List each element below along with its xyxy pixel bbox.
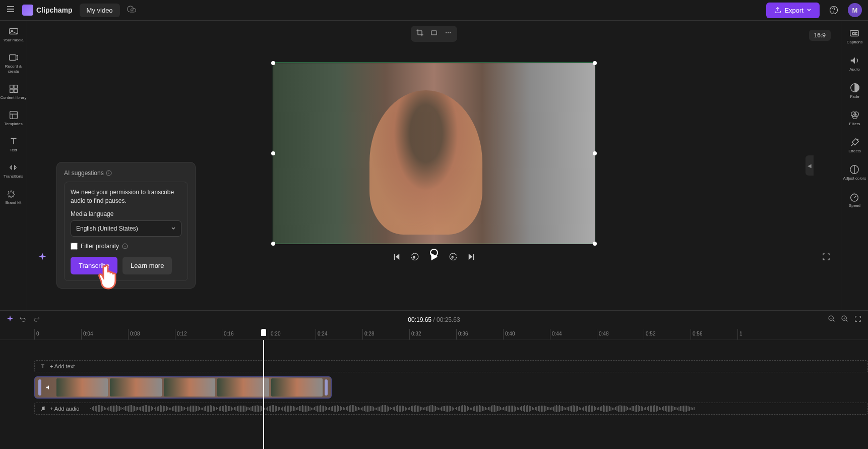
collapse-right-panel[interactable]: ◀ [805,155,814,176]
text-icon [40,363,46,369]
sidebar-record-create[interactable]: Record & create [0,52,27,74]
skip-end-button[interactable] [467,252,476,263]
svg-point-54 [41,410,42,411]
sidebar-effects[interactable]: Effects [848,137,860,154]
video-thumbnail [217,378,269,397]
svg-rect-12 [10,89,13,92]
resize-handle-tr[interactable] [593,61,597,65]
app-logo[interactable]: Clipchamp [22,5,73,16]
sidebar-your-media[interactable]: Your media [3,26,23,43]
filter-profanity-checkbox[interactable] [71,243,78,250]
timeline-header: 00:19.65 / 00:25.63 [0,311,868,329]
aspect-ratio-badge[interactable]: 16:9 [809,30,831,41]
video-thumbnail [110,378,161,397]
project-name[interactable]: My video [80,4,120,17]
sidebar-brand-kit[interactable]: Brand kit [6,188,22,205]
sidebar-label: Captions [847,40,863,45]
fullscreen-button[interactable] [822,252,831,263]
clip-handle-right[interactable] [325,379,328,396]
ruler-tick: 0:04 [81,329,93,340]
ai-panel-body: We need your permission to transcribe au… [64,182,188,281]
ruler-tick: 1 [737,329,742,340]
hamburger-menu-icon[interactable] [6,5,15,16]
export-button[interactable]: Export [766,3,820,18]
clip-handle-left[interactable] [38,379,41,396]
zoom-out-button[interactable] [828,315,836,325]
ruler-tick: 0:20 [269,329,280,340]
svg-point-21 [448,32,449,33]
learn-more-button[interactable]: Learn more [122,257,172,274]
info-icon[interactable] [122,243,128,249]
chevron-down-icon [807,8,812,13]
sidebar-speed[interactable]: Speed [849,191,860,208]
svg-line-46 [833,320,834,321]
resize-handle-tl[interactable] [271,61,275,65]
svg-text:5: 5 [452,256,454,259]
ai-sparkle-icon[interactable] [37,252,47,264]
fit-icon[interactable] [430,29,438,39]
transcribe-button[interactable]: Transcribe [71,257,117,274]
forward-button[interactable]: 5 [449,252,458,263]
sidebar-transitions[interactable]: Transitions [4,162,23,179]
audio-waveform [90,405,867,412]
svg-point-22 [450,32,451,33]
ai-panel-title: AI suggestions [64,170,188,177]
undo-button[interactable] [19,315,27,325]
current-time: 00:19.65 [408,316,431,323]
help-button[interactable] [826,2,842,18]
ai-suggestions-panel: AI suggestions We need your permission t… [56,162,196,289]
preview-center: 16:9 5 5 [27,21,841,310]
play-button[interactable] [428,251,440,264]
resize-handle-ml[interactable] [271,151,275,155]
sidebar-left: Your media Record & create Content libra… [0,21,27,310]
sidebar-templates[interactable]: Templates [4,109,22,127]
timeline-timecode: 00:19.65 / 00:25.63 [408,316,460,323]
timeline-ruler[interactable]: 00:040:080:120:160:200:240:280:320:360:4… [0,329,868,340]
add-audio-label: + Add audio [50,406,79,412]
text-track[interactable]: + Add text [34,360,868,372]
video-thumbnail [56,378,108,397]
language-select[interactable]: English (United States) [71,220,181,237]
total-time: 00:25.63 [437,316,460,323]
svg-rect-11 [14,85,17,88]
video-track-clip[interactable] [34,376,332,399]
svg-rect-14 [10,111,17,119]
ruler-tick: 0:32 [409,329,421,340]
svg-text:CC: CC [852,31,858,36]
zoom-fit-button[interactable] [854,315,862,325]
cloud-sync-icon[interactable] [127,5,136,16]
sidebar-text[interactable]: Text [8,136,19,153]
ruler-tick: 0:24 [316,329,327,340]
volume-icon[interactable] [45,384,52,391]
playhead[interactable] [263,340,264,449]
user-avatar[interactable]: M [848,3,862,17]
ai-timeline-icon[interactable] [6,315,14,325]
zoom-in-button[interactable] [841,315,849,325]
svg-rect-10 [10,85,13,88]
sidebar-label: Filters [849,122,860,127]
timeline-tracks: + Add text + Add audio [0,340,868,449]
sidebar-label: Effects [848,149,860,154]
timeline-section: 00:19.65 / 00:25.63 00:040:080:120:160:2… [0,310,868,449]
sidebar-captions[interactable]: CC Captions [847,28,863,45]
sidebar-audio[interactable]: Audio [849,55,860,72]
sidebar-adjust-colors[interactable]: Adjust colors [843,164,866,181]
audio-track[interactable]: + Add audio [34,403,868,415]
skip-start-button[interactable] [392,252,401,263]
video-preview[interactable] [273,63,595,244]
redo-button[interactable] [32,315,40,325]
sidebar-label: Brand kit [6,200,22,205]
sidebar-filters[interactable]: Filters [849,109,860,127]
sidebar-fade[interactable]: Fade [849,82,860,99]
app-name: Clipchamp [36,6,73,14]
timeline-left-tools [6,315,40,325]
crop-icon[interactable] [416,29,424,39]
resize-handle-mr[interactable] [593,151,597,155]
info-icon[interactable] [106,170,112,176]
rewind-button[interactable]: 5 [410,252,419,263]
svg-rect-9 [9,55,16,61]
filter-label: Filter profanity [81,243,119,250]
more-icon[interactable] [444,29,452,39]
svg-text:5: 5 [413,256,415,259]
sidebar-content-library[interactable]: Content library [0,83,26,100]
